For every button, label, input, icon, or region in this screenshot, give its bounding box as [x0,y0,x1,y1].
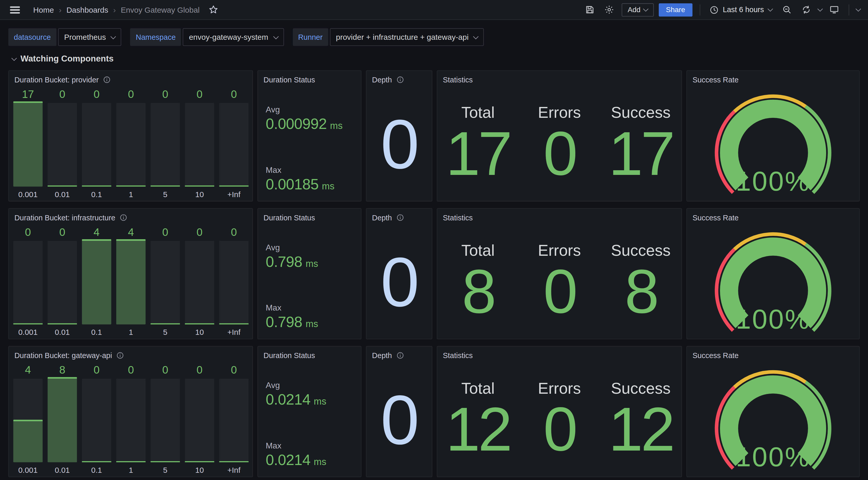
bar-track [13,241,43,323]
variable-label: Namespace [130,28,181,46]
breadcrumb: Home › Dashboards › Envoy Gateway Global [33,5,200,14]
breadcrumb-dashboards[interactable]: Dashboards [66,5,108,14]
panel-header: Duration Status [258,209,361,224]
toolbar-divider [848,4,849,15]
info-icon[interactable] [103,76,111,84]
info-icon[interactable] [396,214,404,221]
stat-unit: ms [306,316,318,333]
menu-icon[interactable] [8,3,22,17]
bar-value-label: 4 [82,225,111,239]
bar-fill [13,101,43,186]
panel-title[interactable]: Success Rate [692,76,739,84]
panel-title[interactable]: Statistics [443,351,473,360]
toolbar-divider [700,4,700,15]
add-button[interactable]: Add [622,3,654,16]
variable-value: Prometheus [64,33,106,41]
favorite-star-icon[interactable] [206,3,221,17]
bar [13,101,43,186]
bar-bucket-0.1: 00.1 [82,88,111,199]
bar-gauge: 40.00180.0100.101050100+Inf [9,362,252,474]
variable-picker-runner[interactable]: provider + infrastructure + gateway-api [330,28,484,46]
bar-track [151,379,180,461]
panel-title[interactable]: Duration Status [264,76,315,84]
stat-label: Avg [266,104,361,115]
depth-stat: 0 [367,224,432,339]
panel-success-rate-infrastructure: Success Rate100% [686,208,860,339]
stat-avg: Avg0.0214ms [266,380,361,411]
toolbar-collapse-chevron-icon[interactable] [856,6,861,11]
stat-value: 17 [437,124,519,184]
stat-value-row: 0.798ms [266,313,361,333]
bar-zero-line [151,461,180,462]
bar [13,377,43,462]
panel-header: Success Rate [687,209,859,224]
panel-title[interactable]: Duration Bucket: infrastructure [14,213,116,222]
bar-value-label: 0 [82,88,111,101]
kiosk-tv-icon[interactable] [827,3,841,17]
stat-value: 0.000992 [266,115,327,133]
zoom-out-icon[interactable] [779,3,794,17]
stat-max: Max0.0214ms [266,440,361,471]
panel-header: Duration Bucket: infrastructure [9,209,252,224]
bar [151,239,180,325]
refresh-interval-chevron-icon[interactable] [817,6,823,11]
panel-title[interactable]: Duration Status [264,213,315,222]
chevron-down-icon [111,34,116,39]
panel-grid: Duration Bucket: provider170.00100.0100.… [0,64,868,477]
stat-avg: Avg0.798ms [266,242,361,273]
bar-bucket-label: 10 [185,328,214,337]
stat-label: Max [266,164,361,175]
bar-gauge: 170.00100.0100.101050100+Inf [9,86,252,199]
gauge-value: 100% [736,166,810,197]
panel-title[interactable]: Depth [372,76,392,84]
stat-value: 0.798 [266,253,303,271]
bar [185,377,214,462]
info-icon[interactable] [396,352,404,359]
depth-stat: 0 [367,86,432,202]
bar-track [185,379,214,461]
row-toggle-watching-components[interactable]: Watching Components [12,54,868,64]
variable-picker-datasource[interactable]: Prometheus [58,28,121,46]
panel-title[interactable]: Statistics [443,213,473,222]
stat-label: Max [266,440,361,451]
save-dashboard-icon[interactable] [583,3,597,17]
panel-success-rate-gateway-api: Success Rate100% [686,346,860,477]
bar-track [219,379,249,461]
panel-statistics-infrastructure: StatisticsTotal8Errors0Success8 [437,208,682,339]
dashboard-settings-gear-icon[interactable] [602,3,617,17]
info-icon[interactable] [396,76,404,84]
info-icon[interactable] [120,214,128,221]
info-icon[interactable] [117,352,124,359]
panel-title[interactable]: Statistics [443,76,473,84]
panel-title[interactable]: Success Rate [692,213,739,222]
bar-bucket-label: 10 [185,466,214,474]
stat-value-row: 0.0214ms [266,451,361,471]
panel-header: Duration Bucket: provider [9,71,252,86]
stat-value: 12 [600,400,681,459]
breadcrumb-current: Envoy Gateway Global [121,5,200,14]
variable-picker-namespace[interactable]: envoy-gateway-system [183,28,284,46]
panel-title[interactable]: Depth [372,213,392,222]
stat-value-row: 0.0214ms [266,391,361,411]
bar [151,101,180,186]
bar-bucket-label: 1 [116,328,146,337]
panel-title[interactable]: Duration Bucket: gateway-api [14,351,112,360]
time-range-picker[interactable]: Last 6 hours [707,5,774,14]
panel-title[interactable]: Duration Status [264,351,315,360]
stat-value: 0.798 [266,313,303,331]
breadcrumb-home[interactable]: Home [33,5,54,14]
bar-bucket-label: +Inf [219,190,249,199]
panel-title[interactable]: Depth [372,351,392,360]
bar-track [185,103,214,185]
variable-label: Runner [293,28,328,46]
bar-value-label: 0 [116,363,146,377]
refresh-icon[interactable] [799,3,813,17]
panel-title[interactable]: Duration Bucket: provider [14,76,99,84]
share-button[interactable]: Share [659,3,692,16]
stat-unit: ms [314,453,327,471]
panel-title[interactable]: Success Rate [692,351,739,360]
share-button-label: Share [666,5,685,14]
gauge-value: 100% [736,304,810,335]
panel-header: Depth [367,209,432,224]
bar [151,377,180,462]
